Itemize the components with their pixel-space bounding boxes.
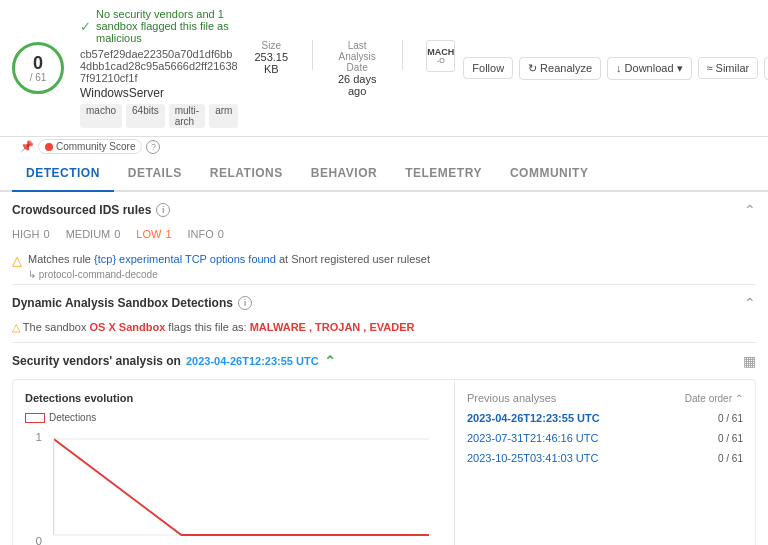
low-count: 1 (165, 228, 171, 240)
tag-macho: macho (80, 104, 122, 128)
previous-analyses: Previous analyses Date order ⌃ 2023-04-2… (455, 380, 755, 545)
ids-title-text: Crowdsourced IDS rules (12, 203, 151, 217)
svg-text:0: 0 (35, 535, 42, 545)
analysis-link-1[interactable]: 2023-04-26T12:23:55 UTC (467, 412, 600, 424)
tab-details[interactable]: DETAILS (114, 156, 196, 192)
community-score-label: Community Score (56, 141, 135, 152)
analysis-score-3: 0 / 61 (718, 453, 743, 464)
community-score-badge: Community Score (38, 139, 142, 154)
reanalyze-button[interactable]: ↻ Reanalyze (519, 57, 601, 80)
analyses-list: 2023-04-26T12:23:55 UTC 0 / 61 2023-07-3… (467, 412, 743, 464)
vendors-title-text: Security vendors' analysis on (12, 354, 181, 368)
pin-icon: 📌 (20, 140, 34, 153)
download-button[interactable]: ↓ Download ▾ (607, 57, 691, 80)
sandbox-info-icon[interactable]: i (238, 296, 252, 310)
file-name: WindowsServer (80, 86, 238, 100)
vendors-date[interactable]: 2023-04-26T12:23:55 UTC (186, 355, 319, 367)
analyses-sort[interactable]: Date order ⌃ (685, 393, 743, 404)
similar-label: Similar (716, 62, 750, 74)
analysis-score-2: 0 / 61 (718, 433, 743, 444)
vendors-section: Security vendors' analysis on 2023-04-26… (12, 343, 756, 545)
analysis-row-2: 2023-07-31T21:46:16 UTC 0 / 61 (467, 432, 743, 444)
analyses-header: Previous analyses Date order ⌃ (467, 392, 743, 404)
score-number: 0 (33, 54, 43, 72)
rule-sub: ↳ protocol-command-decode (28, 269, 430, 280)
file-hash: cb57ef29dae22350a70d1df6bb4dbb1cad28c95a… (80, 48, 238, 84)
download-icon: ↓ (616, 62, 622, 74)
legend-label: Detections (49, 412, 96, 423)
tab-relations[interactable]: RELATIONS (196, 156, 297, 192)
analysis-link-3[interactable]: 2023-10-25T03:41:03 UTC (467, 452, 598, 464)
sandbox-chevron-icon: ⌃ (744, 295, 756, 311)
low-label: LOW (136, 228, 161, 240)
sandbox-flags: MALWARE , TROJAN , EVADER (250, 321, 415, 333)
meta-divider (312, 40, 313, 70)
warning-icon: △ (12, 253, 22, 268)
sandbox-link[interactable]: OS X Sandbox (90, 321, 166, 333)
rule-link[interactable]: {tcp} experimental TCP options found (94, 253, 276, 265)
tag-arm: arm (209, 104, 238, 128)
tab-detection[interactable]: DETECTION (12, 156, 114, 192)
analysis-link-2[interactable]: 2023-07-31T21:46:16 UTC (467, 432, 598, 444)
date-value: 26 days ago (337, 73, 378, 97)
high-count: 0 (44, 228, 50, 240)
sort-label: Date order (685, 393, 732, 404)
analysis-row-1: 2023-04-26T12:23:55 UTC 0 / 61 (467, 412, 743, 424)
community-dot (45, 143, 53, 151)
ids-section-header[interactable]: Crowdsourced IDS rules i ⌃ (12, 192, 756, 224)
date-label: Last Analysis Date (337, 40, 378, 73)
analysis-score-1: 0 / 61 (718, 413, 743, 424)
ids-section: Crowdsourced IDS rules i ⌃ HIGH 0 MEDIUM… (12, 192, 756, 285)
sandbox-title-text: Dynamic Analysis Sandbox Detections (12, 296, 233, 310)
analyses-title: Previous analyses (467, 392, 556, 404)
nav-tabs: DETECTION DETAILS RELATIONS BEHAVIOR TEL… (0, 156, 768, 192)
medium-label: MEDIUM (66, 228, 111, 240)
ids-levels: HIGH 0 MEDIUM 0 LOW 1 INFO 0 (12, 224, 756, 248)
size-value: 253.15 KB (254, 51, 288, 75)
follow-button[interactable]: Follow (463, 57, 513, 79)
tag-64bits: 64bits (126, 104, 165, 128)
ids-info-icon[interactable]: i (156, 203, 170, 217)
tab-behavior[interactable]: BEHAVIOR (297, 156, 391, 192)
community-row: 📌 Community Score ? (0, 137, 768, 156)
charts-area: Detections evolution Detections 1 0 (12, 379, 756, 545)
file-tags: macho 64bits multi-arch arm (80, 104, 238, 128)
ids-title: Crowdsourced IDS rules i (12, 203, 170, 217)
vendors-title: Security vendors' analysis on 2023-04-26… (12, 353, 336, 369)
medium-count: 0 (114, 228, 120, 240)
similar-icon: ≈ (707, 62, 713, 74)
reanalyze-icon: ↻ (528, 62, 537, 75)
more-button[interactable]: More ▾ (764, 57, 768, 80)
file-info: ✓ No security vendors and 1 sandbox flag… (72, 8, 238, 128)
community-info-icon[interactable]: ? (146, 140, 160, 154)
action-buttons: Follow ↻ Reanalyze ↓ Download ▾ ≈ Simila… (463, 57, 768, 80)
vendors-chevron-icon: ⌃ (324, 353, 336, 369)
sort-chevron-icon: ⌃ (735, 393, 743, 404)
level-low: LOW 1 (136, 228, 171, 240)
level-high: HIGH 0 (12, 228, 50, 240)
file-meta: Size 253.15 KB Last Analysis Date 26 day… (254, 40, 455, 97)
download-chevron-icon: ▾ (677, 62, 683, 75)
tag-multi-arch: multi-arch (169, 104, 205, 128)
chart-area: 1 0 (25, 427, 442, 545)
similar-button[interactable]: ≈ Similar (698, 57, 759, 79)
detections-chart: Detections evolution Detections 1 0 (13, 380, 455, 545)
vendors-header: Security vendors' analysis on 2023-04-26… (12, 343, 756, 375)
chart-svg: 1 0 (25, 427, 442, 545)
rule-text: Matches rule {tcp} experimental TCP opti… (28, 252, 430, 267)
ids-chevron-icon: ⌃ (744, 202, 756, 218)
reanalyze-label: Reanalyze (540, 62, 592, 74)
sandbox-title: Dynamic Analysis Sandbox Detections i (12, 296, 252, 310)
high-label: HIGH (12, 228, 40, 240)
copy-icon[interactable]: ▦ (743, 353, 756, 369)
alert-banner: ✓ No security vendors and 1 sandbox flag… (80, 8, 238, 44)
size-label: Size (254, 40, 288, 51)
alert-text: No security vendors and 1 sandbox flagge… (96, 8, 238, 44)
filetype-icon: MACH -O (426, 40, 455, 72)
sandbox-section-header[interactable]: Dynamic Analysis Sandbox Detections i ⌃ (12, 285, 756, 317)
level-info: INFO 0 (188, 228, 224, 240)
tab-community[interactable]: COMMUNITY (496, 156, 603, 192)
chart-legend: Detections (25, 412, 442, 423)
tab-telemetry[interactable]: TELEMETRY (391, 156, 496, 192)
meta-divider-2 (402, 40, 403, 70)
